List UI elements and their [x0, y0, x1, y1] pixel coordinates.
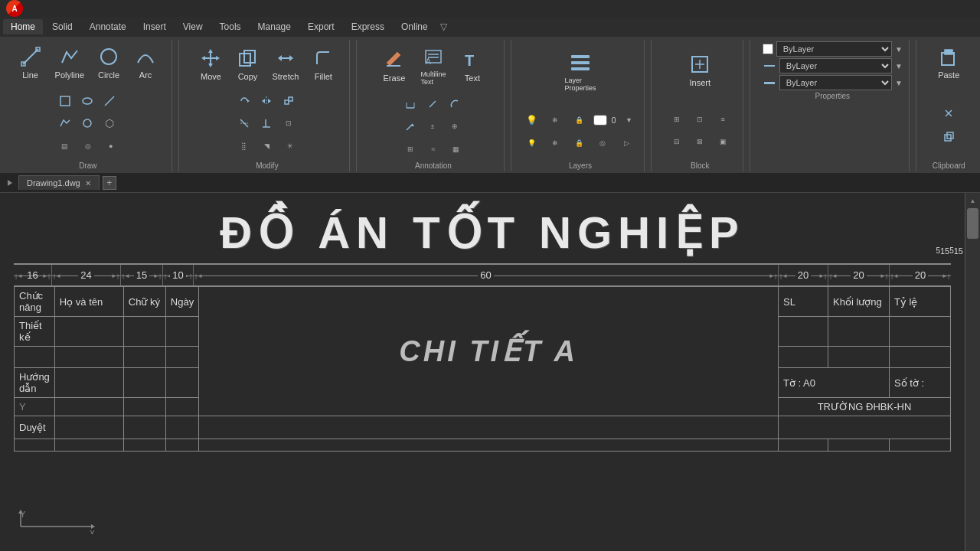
scroll-up-btn[interactable]: ▲	[965, 194, 980, 207]
arc-button[interactable]: Arc	[129, 41, 162, 83]
dim-linear-btn[interactable]	[400, 93, 421, 115]
layer-on-btn[interactable]: 💡	[521, 109, 542, 131]
tab-express[interactable]: Express	[344, 19, 392, 34]
polyline-button[interactable]: Polyline	[51, 41, 90, 83]
tolerance-btn[interactable]: ±	[422, 116, 443, 137]
multiline-text-button[interactable]: A MultilineText	[414, 41, 452, 89]
tab-tools[interactable]: Tools	[212, 19, 249, 34]
layer-lock-btn[interactable]: 🔒	[568, 109, 590, 131]
extend-btn[interactable]	[256, 112, 277, 134]
fillet-button[interactable]: Fillet	[306, 41, 340, 86]
tab-insert[interactable]: Insert	[136, 19, 174, 34]
doc-tab-drawing1[interactable]: Drawing1.dwg ✕	[18, 175, 100, 190]
leader-btn[interactable]	[400, 116, 421, 137]
block-btn-6[interactable]: ▣	[712, 131, 733, 152]
tab-expand-icon[interactable]: ▽	[440, 21, 447, 32]
layer-freeze-btn[interactable]: ❄	[544, 109, 566, 131]
trim-btn[interactable]	[234, 112, 255, 134]
block-btn-3[interactable]: ≡	[712, 109, 733, 130]
svg-rect-43	[571, 61, 590, 64]
move-button[interactable]: Move	[194, 41, 227, 86]
color-dropdown-icon[interactable]: ▼	[895, 45, 903, 54]
svg-text:X: X	[90, 530, 95, 534]
layer-btn-2[interactable]: 💡	[521, 132, 542, 154]
lineweight-dropdown-icon[interactable]: ▼	[895, 79, 903, 87]
tab-export[interactable]: Export	[300, 19, 342, 34]
clipboard-group-label: Clipboard	[933, 161, 965, 170]
insert-button[interactable]: Insert	[683, 41, 717, 98]
layer-btn-3[interactable]: ❄	[544, 132, 566, 154]
paste-button[interactable]: Paste	[932, 41, 965, 83]
layer-btn-4[interactable]: 🔒	[568, 132, 590, 154]
clipboard-copy-btn[interactable]	[938, 126, 959, 147]
dim-angular-btn[interactable]	[444, 93, 466, 115]
array-btn[interactable]: ⣿	[234, 135, 255, 157]
stretch-button[interactable]: Stretch	[267, 41, 303, 86]
drawing-title: ĐỒ ÁN TỐT NGHIỆP	[8, 193, 957, 263]
color-select[interactable]: ByLayer	[776, 41, 892, 57]
draw-small-3[interactable]	[99, 90, 120, 112]
chamfer-btn[interactable]: ◥	[256, 135, 278, 157]
cell-y-2	[54, 398, 123, 416]
draw-small-1[interactable]	[54, 90, 76, 112]
block-btn-5[interactable]: ⊠	[689, 131, 710, 152]
table-btn[interactable]: ⊞	[400, 139, 421, 160]
draw-small-6[interactable]: ⬡	[99, 112, 120, 134]
tab-manage[interactable]: Manage	[250, 19, 299, 34]
polyline-icon	[57, 44, 82, 69]
block-btn-2[interactable]: ⊡	[689, 109, 710, 130]
clipboard-tools: Paste	[928, 41, 969, 160]
copy-icon	[235, 46, 260, 70]
scale-btn[interactable]	[278, 90, 299, 112]
layer-btn-5[interactable]: ◎	[592, 132, 613, 154]
svg-marker-18	[289, 55, 293, 61]
layer-properties-button[interactable]: LayerProperties	[560, 41, 600, 101]
draw-small-8[interactable]: ◎	[77, 135, 99, 157]
dim-aligned-btn[interactable]	[422, 93, 443, 115]
scrollbar-vertical[interactable]: ▲ ▼	[965, 193, 980, 551]
mirror-btn[interactable]	[256, 90, 277, 112]
draw-small-4[interactable]	[54, 112, 76, 134]
draw-small-5[interactable]	[77, 112, 98, 134]
tab-home[interactable]: Home	[3, 19, 43, 34]
multiline-text-icon: A	[421, 44, 446, 69]
text-button[interactable]: T Text	[456, 41, 489, 89]
lineweight-select[interactable]: ByLayer	[779, 75, 892, 90]
clipboard-cut-btn[interactable]	[938, 103, 959, 124]
mleader-btn[interactable]: ≈	[423, 139, 444, 160]
block-btn-1[interactable]: ⊞	[666, 109, 688, 130]
block-btn-4[interactable]: ⊟	[666, 131, 688, 152]
draw-small-2[interactable]	[77, 90, 98, 112]
draw-small-tools: ⬡	[54, 90, 122, 134]
svg-marker-55	[8, 180, 12, 186]
offset-btn[interactable]: ⊡	[278, 112, 299, 134]
copy-button[interactable]: Copy	[230, 41, 264, 86]
layer-properties-icon	[568, 51, 593, 75]
modify-small-tools: ⊡	[234, 90, 301, 134]
layer-btn-6[interactable]: ▷	[616, 132, 637, 154]
line-button[interactable]: Line	[14, 41, 47, 83]
hatch-btn[interactable]: ▦	[446, 139, 467, 160]
layer-color-btn[interactable]	[593, 115, 607, 126]
scroll-thumb-v[interactable]	[967, 208, 978, 239]
doc-tab-close[interactable]: ✕	[85, 179, 91, 187]
svg-marker-13	[216, 56, 220, 60]
col-chitiet: CHI TIẾT A	[199, 287, 779, 416]
ribbon-group-annotation: Erase A MultilineText T Text	[363, 40, 505, 171]
layer-dropdown-btn[interactable]: ▼	[619, 109, 640, 131]
draw-small-7[interactable]: ▤	[54, 135, 76, 157]
erase-button[interactable]: Erase	[377, 41, 411, 89]
tab-view[interactable]: View	[175, 19, 211, 34]
draw-small-9[interactable]: ●	[100, 135, 122, 157]
explode-btn[interactable]: ✳	[279, 135, 301, 157]
new-doc-btn[interactable]: +	[103, 176, 116, 190]
tab-annotate[interactable]: Annotate	[82, 19, 134, 34]
line-icon	[18, 44, 43, 69]
rotate-btn[interactable]	[234, 90, 255, 112]
tab-solid[interactable]: Solid	[44, 19, 80, 34]
circle-button[interactable]: Circle	[92, 41, 126, 83]
linetype-dropdown-icon[interactable]: ▼	[895, 62, 903, 70]
linetype-select[interactable]: ByLayer	[779, 58, 892, 73]
center-mark-btn[interactable]: ⊕	[444, 116, 466, 137]
tab-online[interactable]: Online	[394, 19, 436, 34]
